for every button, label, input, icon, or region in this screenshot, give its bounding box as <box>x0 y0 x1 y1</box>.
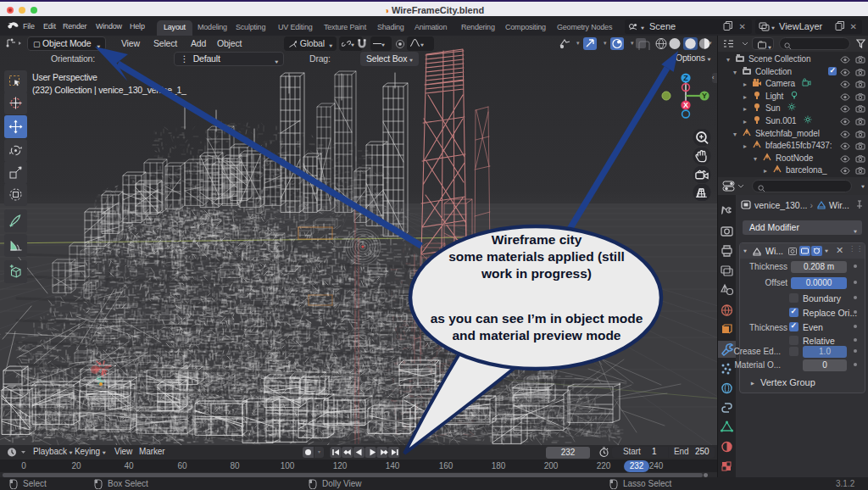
svg-text:as you can see I’m in object m: as you can see I’m in object mode <box>431 311 643 326</box>
svg-text:Wireframe city: Wireframe city <box>492 232 582 247</box>
svg-text:and material preview mode: and material preview mode <box>453 328 621 342</box>
svg-text:some materials applied (still: some materials applied (still <box>448 249 625 264</box>
svg-text:work in progress): work in progress) <box>481 266 592 281</box>
